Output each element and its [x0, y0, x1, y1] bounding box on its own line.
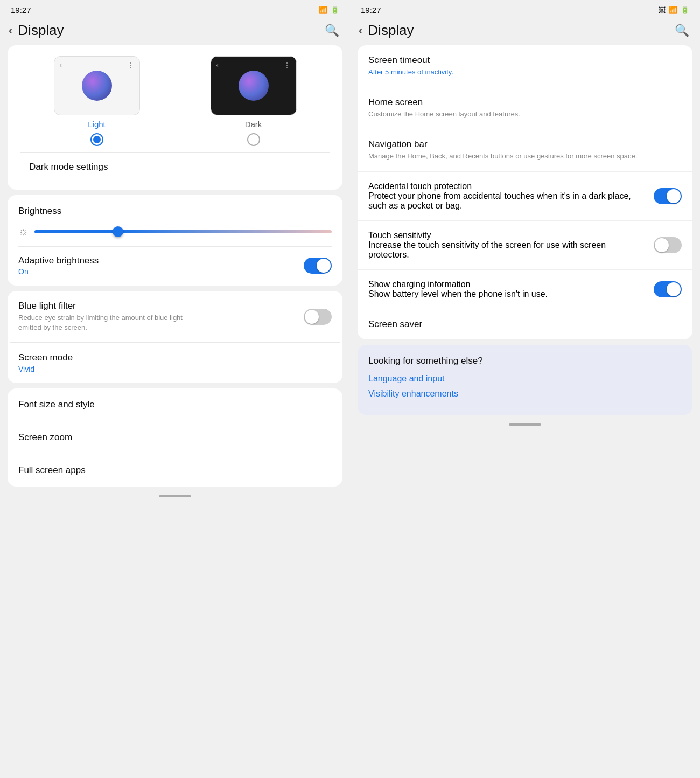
- left-nav-left: ‹ Display: [9, 22, 64, 39]
- left-status-icons: 📶 🔋: [319, 6, 339, 14]
- font-zoom-card: Font size and style Screen zoom Full scr…: [8, 388, 342, 487]
- light-radio-selected[interactable]: [90, 133, 103, 146]
- adaptive-brightness-sub: On: [18, 267, 99, 276]
- blue-light-left: Blue light filter Reduce eye strain by l…: [18, 301, 201, 332]
- visibility-enhancements-link[interactable]: Visibility enhancements: [368, 389, 682, 399]
- dark-preview: ‹ ⋮: [211, 56, 297, 115]
- touch-sensitivity-sub: Increase the touch sensitivity of the sc…: [368, 240, 647, 260]
- light-preview: ‹ ⋮: [54, 56, 140, 115]
- touch-sensitivity-toggle-thumb: [655, 238, 669, 252]
- light-theme-label: Light: [88, 120, 106, 129]
- theme-option-dark[interactable]: ‹ ⋮ Dark: [211, 56, 297, 146]
- font-size-row[interactable]: Font size and style: [8, 388, 342, 421]
- right-panel-content: Screen timeout After 5 minutes of inacti…: [350, 45, 700, 778]
- dark-mode-settings-label: Dark mode settings: [29, 162, 108, 172]
- brightness-title: Brightness: [18, 206, 332, 217]
- screen-zoom-row[interactable]: Screen zoom: [8, 421, 342, 454]
- suggestion-card: Looking for something else? Language and…: [358, 345, 692, 415]
- accidental-touch-left: Accidental touch protection Protect your…: [368, 182, 654, 211]
- navigation-bar-sub: Manage the Home, Back, and Recents butto…: [368, 151, 682, 161]
- preview-sphere: [82, 71, 112, 101]
- navigation-bar-item[interactable]: Navigation bar Manage the Home, Back, an…: [358, 129, 692, 171]
- touch-sensitivity-title: Touch sensitivity: [368, 231, 647, 240]
- screen-saver-title: Screen saver: [368, 319, 682, 330]
- screen-timeout-title: Screen timeout: [368, 55, 682, 66]
- screen-timeout-sub: After 5 minutes of inactivity.: [368, 67, 682, 77]
- touch-sensitivity-left: Touch sensitivity Increase the touch sen…: [368, 231, 654, 260]
- accidental-touch-toggle-thumb: [667, 189, 681, 203]
- touch-sensitivity-toggle[interactable]: [654, 237, 682, 253]
- right-status-icons: 🖼 📶 🔋: [659, 6, 689, 14]
- brightness-slider[interactable]: [34, 230, 332, 233]
- navigation-bar-title: Navigation bar: [368, 139, 682, 150]
- right-signal-icon: 📶: [669, 6, 677, 14]
- right-phone-panel: 19:27 🖼 📶 🔋 ‹ Display 🔍 Screen timeout A…: [350, 0, 700, 778]
- dark-radio-empty[interactable]: [247, 133, 260, 146]
- brightness-card: Brightness ☼ Adaptive brightness On: [8, 195, 342, 286]
- blue-light-sub: Reduce eye strain by limiting the amount…: [18, 313, 201, 332]
- screen-saver-item[interactable]: Screen saver: [358, 309, 692, 339]
- screen-zoom-label: Screen zoom: [18, 432, 72, 442]
- left-page-title: Display: [18, 22, 64, 39]
- adaptive-brightness-left: Adaptive brightness On: [18, 255, 99, 276]
- screen-mode-sub: Vivid: [18, 365, 332, 373]
- right-search-icon[interactable]: 🔍: [675, 24, 689, 38]
- left-status-time: 19:27: [11, 5, 31, 15]
- right-status-time: 19:27: [361, 5, 381, 15]
- accidental-touch-title: Accidental touch protection: [368, 182, 647, 191]
- back-arrow-icon[interactable]: ‹: [9, 24, 12, 38]
- full-screen-label: Full screen apps: [18, 465, 86, 475]
- language-input-link[interactable]: Language and input: [368, 374, 682, 384]
- adaptive-brightness-toggle[interactable]: [304, 258, 332, 274]
- right-status-bar: 19:27 🖼 📶 🔋: [350, 0, 700, 18]
- left-panel-content: ‹ ⋮ Light ‹ ⋮: [0, 45, 350, 778]
- touch-sensitivity-item: Touch sensitivity Increase the touch sen…: [358, 221, 692, 270]
- left-scrollbar: [159, 495, 191, 497]
- dark-theme-label: Dark: [245, 120, 262, 129]
- dark-preview-back-icon: ‹: [216, 61, 219, 69]
- preview-back-icon: ‹: [60, 61, 62, 69]
- charging-info-toggle[interactable]: [654, 281, 682, 297]
- theme-options: ‹ ⋮ Light ‹ ⋮: [18, 56, 332, 146]
- charging-info-item: Show charging information Show battery l…: [358, 270, 692, 309]
- right-battery-icon: 🔋: [681, 6, 689, 14]
- dark-preview-sphere: [239, 71, 269, 101]
- home-screen-item[interactable]: Home screen Customize the Home screen la…: [358, 87, 692, 129]
- full-screen-row[interactable]: Full screen apps: [8, 454, 342, 487]
- blue-light-toggle[interactable]: [304, 309, 332, 325]
- search-icon[interactable]: 🔍: [325, 24, 339, 38]
- dark-mode-settings-row[interactable]: Dark mode settings: [18, 153, 332, 181]
- theme-option-light[interactable]: ‹ ⋮ Light: [54, 56, 140, 146]
- accidental-touch-item: Accidental touch protection Protect your…: [358, 172, 692, 221]
- light-radio-inner: [93, 136, 101, 143]
- right-page-title: Display: [368, 22, 414, 39]
- right-list-card: Screen timeout After 5 minutes of inacti…: [358, 45, 692, 339]
- preview-dots-icon: ⋮: [127, 61, 134, 70]
- blue-light-card: Blue light filter Reduce eye strain by l…: [8, 291, 342, 383]
- brightness-low-icon: ☼: [18, 225, 28, 238]
- blue-light-toggle-thumb: [305, 310, 319, 324]
- screen-mode-row[interactable]: Screen mode Vivid: [8, 343, 342, 383]
- suggestion-title: Looking for something else?: [368, 356, 682, 366]
- charging-info-sub: Show battery level when the phone isn't …: [368, 289, 647, 299]
- screen-timeout-item[interactable]: Screen timeout After 5 minutes of inacti…: [358, 45, 692, 87]
- theme-card: ‹ ⋮ Light ‹ ⋮: [8, 45, 342, 190]
- right-scrollbar: [509, 423, 541, 426]
- charging-info-title: Show charging information: [368, 280, 647, 289]
- left-phone-panel: 19:27 📶 🔋 ‹ Display 🔍 ‹ ⋮: [0, 0, 350, 778]
- right-nav-left: ‹ Display: [359, 22, 414, 39]
- dark-preview-inner: ‹ ⋮: [211, 57, 296, 115]
- right-back-arrow-icon[interactable]: ‹: [359, 24, 362, 38]
- adaptive-brightness-title: Adaptive brightness: [18, 255, 99, 266]
- left-status-bar: 19:27 📶 🔋: [0, 0, 350, 18]
- home-screen-sub: Customize the Home screen layout and fea…: [368, 109, 682, 119]
- blue-light-right: [298, 306, 332, 328]
- accidental-touch-toggle[interactable]: [654, 188, 682, 204]
- font-size-label: Font size and style: [18, 399, 95, 409]
- battery-icon: 🔋: [331, 6, 339, 14]
- home-screen-title: Home screen: [368, 97, 682, 108]
- light-preview-inner: ‹ ⋮: [54, 57, 139, 115]
- dark-preview-dots-icon: ⋮: [283, 61, 291, 70]
- blue-light-title: Blue light filter: [18, 301, 201, 311]
- charging-info-toggle-thumb: [667, 282, 681, 296]
